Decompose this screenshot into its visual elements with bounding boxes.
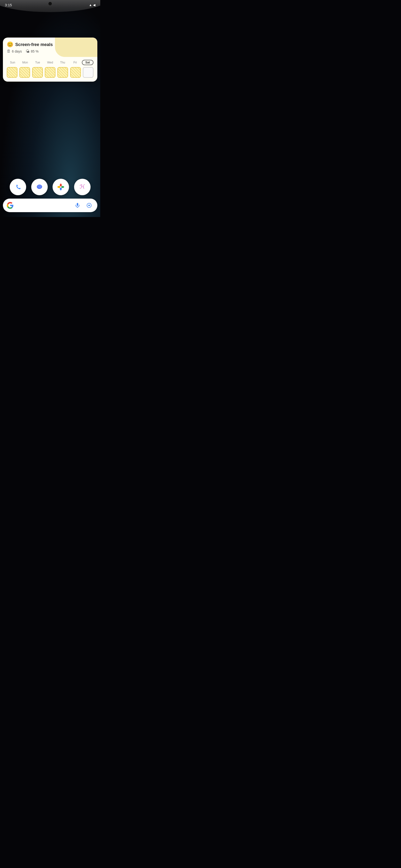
day-label-tue: Tue bbox=[32, 61, 43, 64]
percent-stat: 🌤 85 % bbox=[26, 49, 38, 54]
days-stat: 🗓 6 days bbox=[7, 49, 22, 54]
phone-app-icon[interactable] bbox=[10, 179, 26, 195]
search-bar[interactable] bbox=[3, 198, 97, 212]
checkbox-wed[interactable] bbox=[45, 67, 56, 78]
widget-stats: 🗓 6 days 🌤 85 % bbox=[7, 49, 53, 54]
widget-card: 😊 Screen-free meals 🗓 6 days 🌤 85 % ⟳ Su… bbox=[3, 37, 97, 82]
day-label-fri: Fri bbox=[69, 61, 81, 64]
widget-emoji: 😊 bbox=[7, 41, 13, 48]
percent-label: 85 % bbox=[31, 50, 38, 53]
checkbox-mon[interactable] bbox=[19, 67, 30, 78]
widget-title-row: 😊 Screen-free meals bbox=[7, 41, 53, 48]
svg-point-3 bbox=[37, 185, 42, 188]
weather-icon: 🌤 bbox=[26, 49, 30, 54]
day-label-thu: Thu bbox=[57, 61, 68, 64]
signal-icon: ◀ bbox=[93, 3, 95, 7]
wifi-icon: ▲ bbox=[89, 3, 92, 7]
day-label-sun: Sun bbox=[7, 61, 19, 64]
habitica-app-icon[interactable]: ℋ bbox=[74, 179, 91, 195]
status-icons: ▲ ◀ bbox=[89, 3, 95, 7]
messages-app-icon[interactable] bbox=[31, 179, 48, 195]
day-label-sat: Sat bbox=[82, 60, 93, 65]
lens-button[interactable] bbox=[85, 201, 93, 210]
checkboxes-row bbox=[7, 67, 93, 78]
checkbox-sat[interactable] bbox=[83, 67, 93, 78]
widget-accent bbox=[55, 37, 98, 57]
mic-button[interactable] bbox=[73, 201, 82, 210]
calendar-icon: 🗓 bbox=[7, 49, 11, 54]
svg-point-9 bbox=[60, 186, 62, 188]
svg-text:ℋ: ℋ bbox=[80, 184, 85, 190]
checkbox-fri[interactable] bbox=[70, 67, 81, 78]
days-label: 6 days bbox=[12, 50, 22, 53]
camera-dot bbox=[49, 2, 52, 5]
google-logo bbox=[7, 202, 13, 209]
checkbox-sun[interactable] bbox=[7, 67, 18, 78]
svg-point-0 bbox=[13, 183, 22, 191]
dock: ℋ bbox=[0, 179, 100, 195]
checkbox-thu[interactable] bbox=[57, 67, 68, 78]
day-label-mon: Mon bbox=[19, 61, 31, 64]
photos-app-icon[interactable] bbox=[53, 179, 69, 195]
widget-title: Screen-free meals bbox=[15, 42, 53, 47]
day-label-wed: Wed bbox=[44, 61, 56, 64]
svg-point-15 bbox=[88, 205, 90, 206]
svg-rect-12 bbox=[77, 203, 78, 206]
days-row: Sun Mon Tue Wed Thu Fri Sat bbox=[7, 60, 93, 65]
status-time: 3:15 bbox=[5, 3, 12, 7]
checkbox-tue[interactable] bbox=[32, 67, 43, 78]
